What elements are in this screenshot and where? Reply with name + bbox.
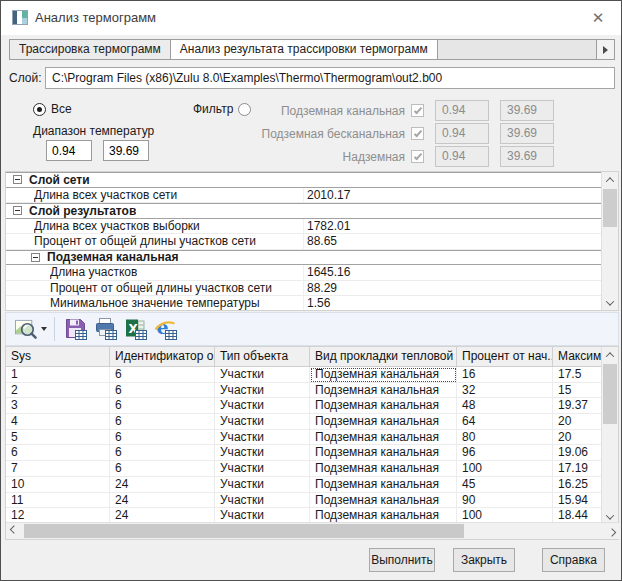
scrollbar-thumb[interactable] [603, 364, 617, 424]
table-row[interactable]: 1 6 Участки Подземная канальная 16 17.5 [6, 367, 603, 383]
cell-max: 19.37 [553, 398, 603, 414]
header-cell[interactable]: Идентификатор о... [110, 347, 215, 366]
tree-row[interactable]: Минимальное значение температуры 1.56 [6, 296, 601, 310]
table-row[interactable]: 5 6 Участки Подземная канальная 80 20 [6, 430, 603, 446]
tree-row-label: Длина всех участков сети [34, 188, 177, 202]
radio-filter[interactable]: Фильтр [193, 102, 251, 116]
chevron-down-icon [606, 511, 614, 519]
layer-row: Слой: C:\Program Files (x86)\Zulu 8.0\Ex… [9, 67, 615, 89]
cell-laying-type: Подземная канальная [310, 461, 457, 477]
cell-max: 20 [553, 430, 603, 446]
cell-laying-type: Подземная канальная [310, 383, 457, 399]
cell-sys: 11 [6, 493, 110, 509]
filter-row: Подземная бесканальная 0.94 39.69 [261, 123, 554, 144]
print-report-button[interactable] [91, 315, 121, 343]
chevron-down-icon [606, 297, 614, 305]
tab[interactable]: Трассировка термограмм [10, 40, 171, 59]
layer-path-input[interactable]: C:\Program Files (x86)\Zulu 8.0\Examples… [45, 67, 615, 89]
table-hscrollbar [6, 522, 620, 539]
tree-row[interactable]: Длина участков 1645.16 [6, 265, 601, 281]
table-row[interactable]: 4 6 Участки Подземная канальная 64 20 [6, 414, 603, 430]
header-cell[interactable]: Процент от нач... [457, 347, 553, 366]
tab-label: Анализ результата трассировки термограмм [180, 42, 428, 56]
header-cell[interactable]: Максима... [553, 347, 603, 366]
table-rows: 1 6 Участки Подземная канальная 16 17.5 … [6, 367, 618, 524]
close-icon[interactable]: ✕ [583, 6, 613, 30]
tree-row[interactable]: Слой результатов [6, 203, 601, 219]
tab-label: Трассировка термограмм [19, 42, 161, 56]
table-row[interactable]: 2 6 Участки Подземная канальная 32 15 [6, 383, 603, 399]
run-button[interactable]: Выполнить [369, 548, 435, 572]
export-excel-button[interactable]: X [121, 315, 151, 343]
table-row[interactable]: 11 24 Участки Подземная канальная 90 15.… [6, 493, 603, 509]
table-row[interactable]: 10 24 Участки Подземная канальная 45 16.… [6, 477, 603, 493]
tree-rows: Слой сети Длина всех участков сети 2010.… [6, 172, 601, 310]
tree-row[interactable]: Процент от общей длины участков сети 88.… [6, 281, 601, 297]
cell-laying-type: Подземная канальная [310, 477, 457, 493]
scroll-up-button[interactable] [602, 347, 618, 362]
table-row[interactable]: 7 6 Участки Подземная канальная 100 17.1… [6, 461, 603, 477]
tab-scroll-right-button[interactable] [596, 40, 614, 59]
report-toolbar: X e [5, 312, 619, 346]
cell-object-id: 6 [110, 430, 215, 446]
header-cell[interactable]: Вид прокладки тепловой ... [310, 347, 457, 366]
save-report-button[interactable] [61, 315, 91, 343]
scroll-down-button[interactable] [602, 295, 618, 310]
scroll-right-button[interactable] [604, 523, 620, 539]
tree-row[interactable]: Подземная канальная [6, 250, 601, 266]
cell-max: 17.19 [553, 461, 603, 477]
tree-row[interactable]: Слой сети [6, 172, 601, 188]
header-cell[interactable]: Sys [6, 347, 110, 366]
collapse-minus-icon[interactable] [13, 206, 22, 215]
filter-min-input: 0.94 [435, 146, 489, 167]
radio-button-icon[interactable] [238, 103, 251, 116]
filter-max-input: 39.69 [500, 123, 554, 144]
radio-button-icon[interactable] [33, 103, 46, 116]
close-button[interactable]: Закрыть [453, 548, 515, 572]
cell-sys: 3 [6, 398, 110, 414]
header-cell-label: Процент от нач... [462, 349, 553, 363]
tab[interactable]: Анализ результата трассировки термограмм [171, 40, 438, 59]
tree-row-label: Минимальное значение температуры [50, 296, 260, 310]
checkbox-checked-disabled-icon [411, 150, 424, 163]
preview-button[interactable] [12, 315, 50, 343]
scroll-left-button[interactable] [6, 523, 22, 539]
cell-sys: 4 [6, 414, 110, 430]
cell-object-type: Участки [215, 461, 310, 477]
title-bar: Анализ термограмм ✕ [1, 1, 621, 35]
cell-max: 20 [553, 414, 603, 430]
window-title: Анализ термограмм [35, 10, 156, 25]
filter-row: Подземная канальная 0.94 39.69 [261, 100, 554, 121]
cell-percent: 45 [457, 477, 553, 493]
help-button[interactable]: Справка [542, 548, 605, 572]
export-html-button[interactable]: e [151, 315, 181, 343]
table-row[interactable]: 3 6 Участки Подземная канальная 48 19.37 [6, 398, 603, 414]
temperature-range-label: Диапазон температур [33, 124, 154, 138]
header-cell[interactable]: Тип объекта [215, 347, 310, 366]
cell-max: 16.25 [553, 477, 603, 493]
collapse-minus-icon[interactable] [13, 175, 22, 184]
filter-row: Надземная 0.94 39.69 [261, 146, 554, 167]
tree-row[interactable]: Процент от общей длины участков сети 88.… [6, 234, 601, 250]
results-tree: Слой сети Длина всех участков сети 2010.… [5, 171, 619, 311]
cell-percent: 32 [457, 383, 553, 399]
range-min-input[interactable] [46, 140, 92, 161]
cell-object-id: 6 [110, 414, 215, 430]
filter-min-input: 0.94 [435, 100, 489, 121]
range-max-input[interactable] [103, 140, 149, 161]
app-icon [12, 10, 28, 28]
scroll-up-button[interactable] [602, 172, 618, 187]
cell-object-type: Участки [215, 493, 310, 509]
filter-max-input: 39.69 [500, 146, 554, 167]
tree-row[interactable]: Длина всех участков выборки 1782.01 [6, 219, 601, 235]
checkbox-checked-disabled-icon [411, 127, 424, 140]
dropdown-caret-icon[interactable] [41, 327, 47, 331]
collapse-minus-icon[interactable] [31, 253, 40, 262]
scrollbar-thumb[interactable] [603, 189, 617, 227]
scrollbar-thumb[interactable] [24, 524, 464, 538]
table-row[interactable]: 6 6 Участки Подземная канальная 96 19.06 [6, 445, 603, 461]
tree-row[interactable]: Длина всех участков сети 2010.17 [6, 188, 601, 204]
header-cell-label: Sys [11, 349, 31, 363]
tree-row-label: Процент от общей длины участков сети [50, 281, 272, 295]
radio-all[interactable]: Все [33, 102, 72, 116]
